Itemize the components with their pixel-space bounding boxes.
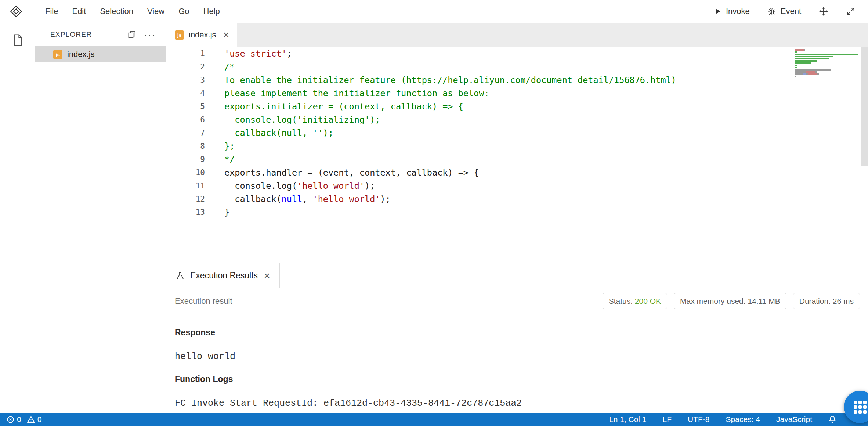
open-editors-icon[interactable] [127,30,136,39]
code-line-9[interactable]: 9*/ [166,153,868,166]
code-text[interactable]: console.log('initializing'); [205,113,773,126]
line-number: 10 [166,166,205,179]
code-line-8[interactable]: 8}; [166,140,868,153]
invoke-label: Invoke [726,7,750,16]
response-body: hello world [175,351,857,362]
code-line-12[interactable]: 12 callback(null, 'hello world'); [166,192,868,206]
grid-icon [854,401,867,414]
code-line-4[interactable]: 4please implement the initializer functi… [166,87,868,100]
status-utf-8[interactable]: UTF-8 [688,415,710,424]
code-text[interactable]: */ [205,153,773,166]
panel-close-icon[interactable]: × [263,271,271,281]
minimap[interactable] [795,49,858,78]
menu-bar: FileEditSelectionViewGoHelp Invoke Event [0,0,868,23]
line-number: 9 [166,153,205,166]
line-number: 3 [166,73,205,87]
explorer-header: EXPLORER ··· [35,23,166,46]
code-line-10[interactable]: 10exports.handler = (event, context, cal… [166,166,868,179]
event-label: Event [781,7,801,16]
app-logo-icon[interactable] [10,5,23,18]
menu-file[interactable]: File [38,7,65,16]
execution-results-tab[interactable]: Execution Results × [166,263,280,288]
line-number: 11 [166,179,205,192]
menu-edit[interactable]: Edit [65,7,93,16]
line-number: 4 [166,87,205,100]
code-line-5[interactable]: 5exports.initializer = (context, callbac… [166,100,868,113]
status-lf[interactable]: LF [663,415,672,424]
code-line-7[interactable]: 7 callback(null, ''); [166,126,868,140]
menu-items: FileEditSelectionViewGoHelp [38,7,227,16]
panel-tab-label: Execution Results [190,271,258,281]
line-number: 2 [166,60,205,73]
line-number: 5 [166,100,205,113]
status-spaces[interactable]: Spaces: 4 [726,415,760,424]
event-button[interactable]: Event [767,7,801,16]
code-text[interactable]: }; [205,140,773,153]
line-number: 13 [166,206,205,219]
activity-bar [0,23,35,413]
file-name: index.js [67,50,95,59]
code-text[interactable]: callback(null, ''); [205,126,773,140]
play-icon [714,8,721,15]
explorer-sidebar: EXPLORER ··· js index.js [35,23,166,413]
line-number: 7 [166,126,205,140]
editor-tab-indexjs[interactable]: js index.js × [166,23,237,47]
main-area: EXPLORER ··· js index.js js index.js × [0,23,868,413]
explorer-actions: ··· [127,30,156,39]
code-line-3[interactable]: 3To enable the initializer feature (http… [166,73,868,87]
vertical-scrollbar[interactable] [861,47,868,166]
menu-view[interactable]: View [140,7,171,16]
error-count: 0 [17,415,21,424]
code-line-1[interactable]: 1'use strict'; [166,47,868,60]
warning-icon [27,416,35,423]
code-text[interactable]: exports.initializer = (context, callback… [205,100,773,113]
code-text[interactable]: 'use strict'; [205,47,773,60]
file-item-indexjs[interactable]: js index.js [35,46,166,62]
code-text[interactable]: callback(null, 'hello world'); [205,192,773,206]
code-line-13[interactable]: 13} [166,206,868,219]
execution-result-header: Execution result Status: 200 OKMax memor… [166,288,868,314]
explorer-files-icon[interactable] [11,33,25,47]
js-file-icon: js [53,50,62,59]
line-number: 1 [166,47,205,60]
editor-tab-bar: js index.js × [166,23,868,47]
tab-label: index.js [189,30,216,40]
stat-duration: Duration: 26 ms [793,293,860,309]
editor-column: js index.js × 1'use strict';2/*3To enabl… [166,23,868,413]
warning-count: 0 [37,415,42,424]
js-file-icon: js [175,30,184,40]
explorer-title: EXPLORER [50,30,92,39]
status-bar: 0 0 Ln 1, Col 1LFUTF-8Spaces: 4JavaScrip… [0,413,868,426]
more-actions-icon[interactable]: ··· [144,31,156,38]
beaker-icon [176,271,185,280]
code-line-2[interactable]: 2/* [166,60,868,73]
stat-status: Status: 200 OK [603,293,667,309]
error-icon [7,416,14,423]
bug-icon [767,7,776,16]
code-text[interactable]: /* [205,60,773,73]
tab-close-icon[interactable]: × [221,30,231,40]
status-ln[interactable]: Ln 1, Col 1 [609,415,647,424]
code-text[interactable]: exports.handler = (event, context, callb… [205,166,773,179]
panel-tab-row: Execution Results × [166,263,868,288]
notifications-bell-icon[interactable] [828,415,836,423]
code-text[interactable]: console.log('hello world'); [205,179,773,192]
execution-result-body: Response hello world Function Logs FC In… [166,314,868,413]
expand-icon[interactable] [846,7,856,16]
code-text[interactable]: please implement the initializer functio… [205,87,773,100]
execution-result-label: Execution result [175,296,232,306]
status-javascript[interactable]: JavaScript [776,415,812,424]
menu-go[interactable]: Go [171,7,196,16]
move-icon[interactable] [819,7,828,16]
menu-selection[interactable]: Selection [93,7,140,16]
function-logs-heading: Function Logs [175,374,857,384]
code-line-6[interactable]: 6 console.log('initializing'); [166,113,868,126]
errors-indicator: 0 [7,415,21,424]
code-line-11[interactable]: 11 console.log('hello world'); [166,179,868,192]
code-text[interactable]: } [205,206,773,219]
code-text[interactable]: To enable the initializer feature (https… [205,73,773,87]
menu-help[interactable]: Help [196,7,227,16]
invoke-button[interactable]: Invoke [714,7,750,16]
problems-indicator[interactable]: 0 0 [7,415,41,424]
code-editor[interactable]: 1'use strict';2/*3To enable the initiali… [166,47,868,263]
